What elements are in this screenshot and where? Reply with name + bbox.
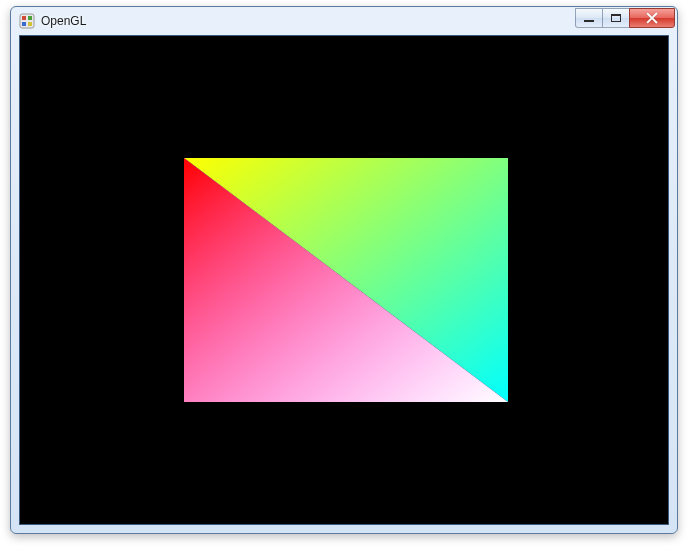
close-button[interactable] (629, 8, 675, 28)
minimize-icon (584, 20, 594, 22)
caption-button-group (576, 8, 675, 28)
svg-rect-3 (22, 22, 26, 26)
svg-rect-4 (28, 22, 32, 26)
window-title: OpenGL (41, 14, 576, 28)
gradient-quad (184, 158, 508, 402)
close-icon (646, 12, 658, 24)
maximize-icon (611, 14, 621, 22)
client-area (19, 35, 669, 525)
maximize-button[interactable] (602, 8, 630, 28)
opengl-viewport (20, 36, 668, 524)
app-icon (19, 13, 35, 29)
svg-rect-1 (22, 16, 26, 20)
application-window: OpenGL (10, 6, 678, 534)
minimize-button[interactable] (575, 8, 603, 28)
titlebar[interactable]: OpenGL (11, 7, 677, 35)
svg-rect-2 (28, 16, 32, 20)
